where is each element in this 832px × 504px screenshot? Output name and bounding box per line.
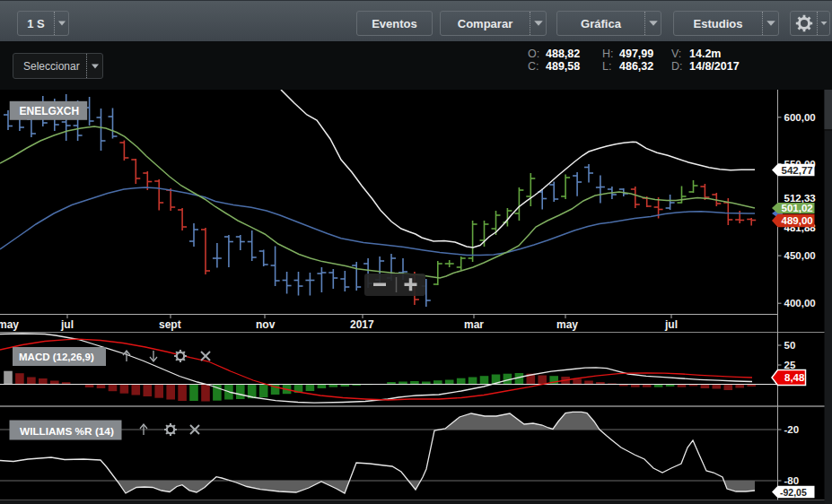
svg-text:2017: 2017: [350, 318, 374, 331]
svg-text:may: may: [0, 318, 19, 331]
svg-text:WILLIAMS %R (14): WILLIAMS %R (14): [20, 425, 114, 438]
svg-text:-80: -80: [784, 475, 800, 486]
svg-text:50: 50: [784, 340, 796, 351]
svg-text:-20: -20: [784, 424, 800, 435]
svg-text:501,02: 501,02: [782, 203, 813, 213]
svg-text:489,00: 489,00: [782, 215, 813, 226]
svg-text:450,00: 450,00: [784, 250, 816, 261]
svg-text:-92,05: -92,05: [780, 487, 807, 498]
svg-text:512,33: 512,33: [784, 193, 816, 204]
svg-text:542,77: 542,77: [782, 165, 813, 176]
svg-text:MACD (12,26,9): MACD (12,26,9): [19, 352, 94, 362]
svg-text:sept: sept: [159, 318, 181, 331]
svg-text:mar: mar: [464, 318, 484, 331]
svg-text:600,00: 600,00: [784, 112, 816, 123]
svg-text:jul: jul: [664, 318, 678, 331]
svg-text:jul: jul: [60, 318, 74, 331]
svg-text:ENELGXCH: ENELGXCH: [20, 105, 80, 117]
svg-text:nov: nov: [256, 318, 276, 331]
svg-text:8,48: 8,48: [784, 372, 805, 383]
svg-text:may: may: [556, 318, 578, 331]
svg-text:400,00: 400,00: [784, 298, 816, 308]
svg-text:25: 25: [784, 360, 796, 370]
